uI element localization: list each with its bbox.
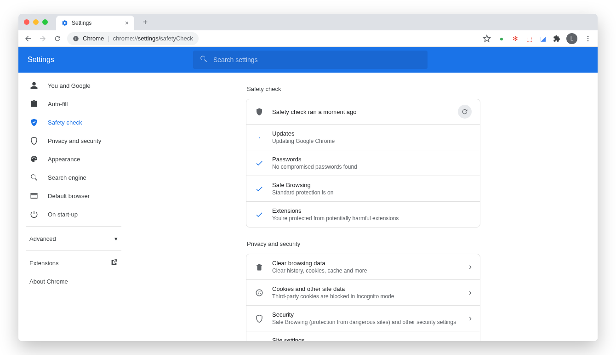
clear-browsing-data-row[interactable]: Clear browsing dataClear history, cookie… <box>246 254 480 279</box>
security-row[interactable]: SecuritySafe Browsing (protection from d… <box>246 305 480 331</box>
new-tab-button[interactable]: + <box>139 17 152 27</box>
search-icon <box>200 55 208 65</box>
row-subtitle: Clear history, cookies, cache and more <box>272 267 461 274</box>
maximize-window-button[interactable] <box>42 19 48 25</box>
traffic-lights <box>24 19 48 25</box>
shield-icon <box>29 136 39 145</box>
close-window-button[interactable] <box>24 19 29 25</box>
power-icon <box>29 210 39 219</box>
safe-browsing-row[interactable]: Safe BrowsingStandard protection is on <box>246 176 480 201</box>
refresh-safety-check-button[interactable] <box>458 105 472 119</box>
shield-check-icon <box>29 118 39 127</box>
browser-icon <box>29 191 39 200</box>
extension-icon-3[interactable]: ⬚ <box>525 34 533 43</box>
tab-title: Settings <box>72 20 91 26</box>
sidebar-item-default-browser[interactable]: Default browser <box>18 187 129 205</box>
sidebar-item-search-engine[interactable]: Search engine <box>18 168 129 187</box>
divider <box>26 250 121 251</box>
loading-icon: · <box>255 133 264 142</box>
person-icon <box>29 81 39 90</box>
sidebar-item-safety-check[interactable]: Safety check <box>18 113 129 131</box>
browser-tab[interactable]: Settings × <box>56 16 134 30</box>
site-settings-row[interactable]: Site settingsControls what information s… <box>246 331 480 341</box>
app-title: Settings <box>28 56 184 64</box>
minimize-window-button[interactable] <box>33 19 39 25</box>
svg-point-4 <box>587 38 589 39</box>
main-content: Safety check Safety check ran a moment a… <box>129 73 598 341</box>
cookie-icon <box>255 288 264 297</box>
chrome-menu-icon[interactable] <box>583 34 593 44</box>
row-subtitle: Standard protection is on <box>272 189 472 196</box>
url-text: chrome://settings/safetyCheck <box>113 35 193 42</box>
updates-row[interactable]: · UpdatesUpdating Google Chrome <box>246 124 480 150</box>
sidebar-item-autofill[interactable]: Auto-fill <box>18 95 129 113</box>
shield-filled-icon <box>255 107 264 116</box>
svg-rect-1 <box>75 38 76 40</box>
svg-point-6 <box>256 290 262 296</box>
row-title: Site settings <box>272 337 461 341</box>
safety-check-status-row: Safety check ran a moment ago <box>246 99 480 124</box>
advanced-label: Advanced <box>29 235 56 242</box>
sidebar-extensions[interactable]: Extensions <box>18 254 129 272</box>
search-input[interactable] <box>213 56 421 63</box>
search-icon <box>29 173 39 182</box>
row-title: Security <box>272 311 461 318</box>
trash-icon <box>255 262 264 272</box>
url-scheme-label: Chrome <box>83 35 104 42</box>
gear-icon <box>62 20 68 26</box>
cookies-row[interactable]: Cookies and other site dataThird-party c… <box>246 279 480 305</box>
safety-check-card: Safety check ran a moment ago · UpdatesU… <box>246 99 480 228</box>
about-label: About Chrome <box>29 278 68 285</box>
sidebar-advanced[interactable]: Advanced▾ <box>18 229 129 248</box>
info-icon <box>73 35 79 42</box>
sidebar-item-appearance[interactable]: Appearance <box>18 150 129 168</box>
sidebar-item-label: Default browser <box>48 193 90 199</box>
sidebar-about[interactable]: About Chrome <box>18 272 129 290</box>
close-tab-icon[interactable]: × <box>125 19 129 27</box>
row-title: Safe Browsing <box>272 182 472 188</box>
chevron-right-icon: › <box>469 288 472 297</box>
back-button[interactable] <box>23 34 33 44</box>
settings-header: Settings <box>18 47 598 73</box>
extensions-puzzle-icon[interactable] <box>553 34 561 43</box>
chevron-down-icon: ▾ <box>114 235 118 242</box>
sidebar-item-label: On start-up <box>48 211 78 218</box>
svg-rect-2 <box>75 37 76 37</box>
check-icon <box>255 210 264 219</box>
extension-icon-4[interactable]: ◪ <box>539 34 547 43</box>
open-in-new-icon <box>110 259 118 267</box>
sidebar: You and Google Auto-fill Safety check Pr… <box>18 73 129 341</box>
extension-icon-2[interactable]: ✻ <box>511 34 519 43</box>
check-icon <box>255 159 264 168</box>
svg-point-3 <box>587 36 589 37</box>
sidebar-item-label: Auto-fill <box>48 101 68 108</box>
row-subtitle: Updating Google Chrome <box>272 138 472 144</box>
sidebar-item-on-startup[interactable]: On start-up <box>18 205 129 223</box>
chevron-right-icon: › <box>469 262 472 272</box>
sidebar-item-label: You and Google <box>48 82 91 89</box>
privacy-card: Clear browsing dataClear history, cookie… <box>246 254 480 341</box>
search-settings[interactable] <box>193 51 428 69</box>
passwords-row[interactable]: PasswordsNo compromised passwords found <box>246 150 480 176</box>
shield-icon <box>255 314 264 323</box>
extension-icon-1[interactable]: ● <box>497 34 506 43</box>
profile-avatar[interactable]: L <box>566 33 577 44</box>
svg-point-5 <box>587 40 589 41</box>
sidebar-item-privacy[interactable]: Privacy and security <box>18 131 129 150</box>
sidebar-item-you-and-google[interactable]: You and Google <box>18 76 129 95</box>
status-text: Safety check ran a moment ago <box>272 108 450 115</box>
sidebar-item-label: Search engine <box>48 174 86 181</box>
row-subtitle: No compromised passwords found <box>272 164 472 170</box>
row-subtitle: Third-party cookies are blocked in Incog… <box>272 293 461 300</box>
svg-point-7 <box>258 291 259 292</box>
row-title: Passwords <box>272 156 472 163</box>
reload-button[interactable] <box>52 34 63 44</box>
sidebar-item-label: Privacy and security <box>48 137 101 144</box>
check-icon <box>255 184 264 193</box>
extensions-row[interactable]: ExtensionsYou're protected from potentia… <box>246 201 480 227</box>
row-subtitle: Safe Browsing (protection from dangerous… <box>272 319 461 325</box>
forward-button[interactable] <box>38 34 48 44</box>
row-title: Cookies and other site data <box>272 285 461 292</box>
bookmark-star-icon[interactable] <box>482 34 492 44</box>
address-bar[interactable]: Chrome | chrome://settings/safetyCheck <box>67 32 199 45</box>
